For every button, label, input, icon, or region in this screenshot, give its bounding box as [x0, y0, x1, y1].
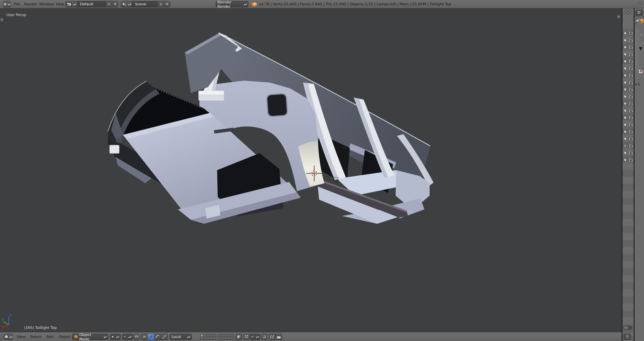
renderable-toggle-icon[interactable] [629, 80, 633, 85]
selectable-toggle-icon[interactable] [623, 87, 628, 92]
selectable-toggle-icon[interactable] [623, 136, 628, 141]
renderable-toggle-icon[interactable] [629, 66, 633, 71]
manipulator-translate-button[interactable] [148, 334, 154, 340]
layer-11-toggle[interactable] [201, 337, 203, 339]
editor-type-button[interactable]: ▲▼ [3, 1, 11, 7]
pivot-point-dropdown[interactable]: ▲▼ [122, 334, 133, 340]
screen-layout-browse-button[interactable]: ▲▼ [66, 1, 77, 7]
renderable-toggle-icon[interactable] [629, 45, 633, 50]
corner-resize-grip[interactable] [638, 1, 643, 5]
selectable-toggle-icon[interactable] [623, 52, 628, 57]
menu-render[interactable]: Render [24, 2, 37, 6]
layer-16-toggle[interactable] [218, 337, 221, 339]
renderable-toggle-icon[interactable] [629, 87, 633, 92]
editor-type-button[interactable]: ▲▼ [4, 334, 13, 340]
layer-1-toggle[interactable] [201, 334, 203, 337]
selectable-toggle-icon[interactable] [623, 45, 628, 50]
selectable-toggle-icon[interactable] [623, 108, 628, 113]
layer-20-toggle[interactable] [231, 337, 233, 339]
selectable-toggle-icon[interactable] [623, 73, 628, 78]
selectable-toggle-icon[interactable] [623, 144, 628, 148]
absolute-grid-snap-button[interactable] [261, 334, 267, 340]
properties-region-expand-tab[interactable]: + [616, 14, 621, 19]
selectable-toggle-icon[interactable] [623, 66, 628, 71]
circle-plus-icon[interactable] [638, 69, 643, 74]
selectable-toggle-icon[interactable] [623, 151, 628, 155]
layer-9-toggle[interactable] [228, 334, 230, 337]
layer-3-toggle[interactable] [207, 334, 209, 337]
manipulator-toggle-button[interactable] [134, 334, 140, 340]
menu-file[interactable]: File [14, 2, 20, 6]
screen-layout-name-field[interactable]: Default [77, 1, 106, 7]
menu-select[interactable]: Select [30, 335, 42, 339]
selectable-toggle-icon[interactable] [623, 38, 628, 43]
corner-resize-grip[interactable] [640, 9, 644, 13]
renderable-toggle-icon[interactable] [629, 144, 633, 148]
layer-19-toggle[interactable] [228, 337, 230, 339]
plus-icon[interactable]: ＋ [639, 32, 644, 38]
lock-to-scene-button[interactable] [235, 334, 242, 340]
menu-window[interactable]: Window [39, 2, 54, 6]
viewport-shading-dropdown[interactable]: ▲▼ [110, 334, 121, 340]
renderable-toggle-icon[interactable] [629, 38, 633, 43]
renderable-toggle-icon[interactable] [629, 52, 633, 57]
renderable-toggle-icon[interactable] [629, 94, 633, 99]
layer-8-toggle[interactable] [224, 334, 227, 337]
renderable-toggle-icon[interactable] [629, 108, 633, 113]
renderable-toggle-icon[interactable] [629, 59, 633, 64]
layer-18-toggle[interactable] [224, 337, 227, 339]
corner-resize-grip[interactable] [624, 9, 632, 15]
outliner-scrollbar[interactable] [623, 326, 632, 330]
manipulator-rotate-button[interactable] [154, 334, 161, 340]
layer-2-toggle[interactable] [204, 334, 206, 337]
toolshelf-expand-tab[interactable]: + [0, 17, 4, 22]
renderable-toggle-icon[interactable] [629, 101, 633, 106]
menu-view[interactable]: View [17, 335, 25, 339]
layer-15-toggle[interactable] [213, 337, 216, 339]
renderable-toggle-icon[interactable] [629, 136, 633, 141]
renderable-toggle-icon[interactable] [629, 122, 633, 127]
renderable-toggle-icon[interactable] [629, 129, 633, 134]
selectable-toggle-icon[interactable] [623, 129, 628, 134]
renderable-toggle-icon[interactable] [629, 31, 633, 36]
selectable-toggle-icon[interactable] [623, 115, 628, 120]
layer-14-toggle[interactable] [210, 337, 213, 339]
renderable-toggle-icon[interactable] [629, 151, 633, 155]
minus-icon[interactable]: — [639, 41, 643, 46]
mode-dropdown[interactable]: Object Mode ▲▼ [72, 334, 108, 340]
layer-6-toggle[interactable] [218, 334, 221, 337]
layer-7-toggle[interactable] [221, 334, 224, 337]
renderable-toggle-icon[interactable] [629, 115, 633, 120]
manipulator-axis-button[interactable] [141, 334, 148, 340]
opengl-render-animation-button[interactable] [275, 334, 282, 340]
selectable-toggle-icon[interactable] [623, 59, 628, 64]
down-arrow-icon[interactable]: ▼ [639, 46, 642, 51]
renderable-toggle-icon[interactable] [629, 73, 633, 78]
layer-12-toggle[interactable] [204, 337, 206, 339]
renderable-toggle-icon[interactable] [629, 158, 633, 162]
close-scene-button[interactable]: ✕ [164, 1, 170, 7]
scene-name-field[interactable]: Scene [132, 1, 158, 7]
scrollbar-knob[interactable] [624, 326, 628, 329]
layer-17-toggle[interactable] [221, 337, 224, 339]
selectable-toggle-icon[interactable] [623, 122, 628, 127]
layer-13-toggle[interactable] [207, 337, 209, 339]
render-engine-dropdown[interactable]: Blender Render ▲▼ [216, 1, 249, 7]
selectable-toggle-icon[interactable] [623, 101, 628, 106]
add-scene-button[interactable]: + [158, 1, 164, 7]
selectable-toggle-icon[interactable] [623, 31, 628, 36]
snap-element-dropdown[interactable]: ▲▼ [250, 334, 260, 340]
value-slider-track[interactable] [636, 29, 638, 70]
add-layout-button[interactable]: + [106, 1, 112, 7]
selectable-toggle-icon[interactable] [623, 80, 628, 85]
layer-4-toggle[interactable] [210, 334, 213, 337]
object-context-cube-icon[interactable] [639, 18, 644, 23]
collapsed-panel-header[interactable]: ▶ S [635, 82, 640, 87]
selectable-toggle-icon[interactable] [623, 158, 628, 162]
transform-orientation-dropdown[interactable]: Local ▲▼ [170, 334, 192, 340]
3d-viewport[interactable]: User Persp (165) Taillight Top + + z y x [0, 8, 622, 332]
scene-browse-button[interactable]: ▲▼ [121, 1, 132, 7]
selectable-toggle-icon[interactable] [623, 94, 628, 99]
corner-resize-grip[interactable] [630, 336, 633, 340]
menu-object[interactable]: Object [59, 335, 71, 339]
